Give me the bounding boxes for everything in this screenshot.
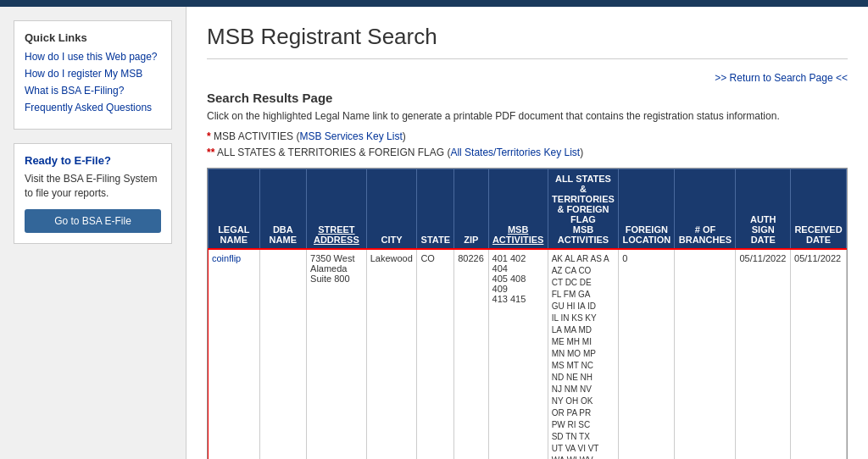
legend-msb-link[interactable]: MSB Services Key List xyxy=(299,130,402,142)
results-table-wrapper: LEGAL NAME DBA NAME STREET ADDRESS CITY … xyxy=(207,168,848,459)
efile-title: Ready to E-File? xyxy=(25,154,161,167)
cell-dba xyxy=(259,250,307,459)
sidebar: Quick Links How do I use this Web page? … xyxy=(0,7,186,459)
efile-button[interactable]: Go to BSA E-File xyxy=(25,209,161,233)
efile-box: Ready to E-File? Visit the BSA E-Filing … xyxy=(14,143,172,244)
legend: * MSB ACTIVITIES (MSB Services Key List)… xyxy=(207,129,848,161)
th-msb-link[interactable]: MSB ACTIVITIES xyxy=(492,224,544,245)
cell-foreign: 0 xyxy=(619,250,675,459)
th-received: RECEIVED DATE xyxy=(791,169,847,250)
legend-states-link[interactable]: All States/Territories Key List xyxy=(450,147,580,158)
results-table: LEGAL NAME DBA NAME STREET ADDRESS CITY … xyxy=(208,169,847,459)
cell-state: CO xyxy=(417,250,454,459)
table-row: coinflip 7350 West Alameda Suite 800 Lak… xyxy=(209,250,847,459)
th-all-states: ALL STATES & TERRITORIES & FOREIGN FLAGM… xyxy=(548,169,619,250)
return-to-search-link[interactable]: >> Return to Search Page << xyxy=(715,72,848,84)
sidebar-link-faq[interactable]: Frequently Asked Questions xyxy=(25,102,161,113)
cell-legal-name: coinflip xyxy=(209,250,260,459)
th-city: CITY xyxy=(366,169,417,250)
cell-msb-activities: 401 402 404 405 408 409 413 415 xyxy=(488,250,548,459)
cell-received-date: 05/11/2022 xyxy=(791,250,847,459)
cell-states: AK AL AR AS AAZ CA COCT DC DEFL FM GAGU … xyxy=(548,250,619,459)
th-legal-name: LEGAL NAME xyxy=(209,169,260,250)
page-title: MSB Registrant Search xyxy=(207,24,848,59)
legend-star-msb: * xyxy=(207,130,211,142)
cell-branches xyxy=(675,250,736,459)
cell-city: Lakewood xyxy=(366,250,417,459)
legend-star-states: ** xyxy=(207,147,214,158)
th-street: STREET ADDRESS xyxy=(307,169,367,250)
th-branches: # OF BRANCHES xyxy=(675,169,736,250)
search-results-desc: Click on the highlighted Legal Name link… xyxy=(207,110,848,122)
sidebar-link-how-use[interactable]: How do I use this Web page? xyxy=(25,51,161,63)
th-msb-activities: MSB ACTIVITIES xyxy=(488,169,548,250)
efile-desc: Visit the BSA E-Filing System to file yo… xyxy=(25,172,161,201)
quick-links-title: Quick Links xyxy=(25,31,161,44)
cell-zip: 80226 xyxy=(454,250,488,459)
legend-states-label: ALL STATES & TERRITORIES & FOREIGN FLAG xyxy=(217,147,444,158)
cell-auth-date: 05/11/2022 xyxy=(736,250,791,459)
th-auth-sign: AUTH SIGN DATE xyxy=(736,169,791,250)
sidebar-link-register[interactable]: How do I register My MSB xyxy=(25,68,161,80)
th-state: STATE xyxy=(417,169,454,250)
sidebar-link-bsa[interactable]: What is BSA E-Filing? xyxy=(25,85,161,97)
cell-street: 7350 West Alameda Suite 800 xyxy=(307,250,367,459)
th-zip: ZIP xyxy=(454,169,488,250)
search-results-title: Search Results Page xyxy=(207,91,848,105)
states-list: AK AL AR AS AAZ CA COCT DC DEFL FM GAGU … xyxy=(552,253,615,459)
quick-links-box: Quick Links How do I use this Web page? … xyxy=(14,20,172,130)
top-bar xyxy=(0,0,868,7)
th-street-link[interactable]: STREET ADDRESS xyxy=(314,224,359,245)
legend-msb-label: MSB ACTIVITIES xyxy=(214,130,293,142)
th-foreign: FOREIGN LOCATION xyxy=(619,169,675,250)
th-dba-name: DBA NAME xyxy=(259,169,307,250)
legal-name-link[interactable]: coinflip xyxy=(212,253,241,263)
return-link-container: >> Return to Search Page << xyxy=(207,71,848,84)
main-content: MSB Registrant Search >> Return to Searc… xyxy=(186,7,868,459)
